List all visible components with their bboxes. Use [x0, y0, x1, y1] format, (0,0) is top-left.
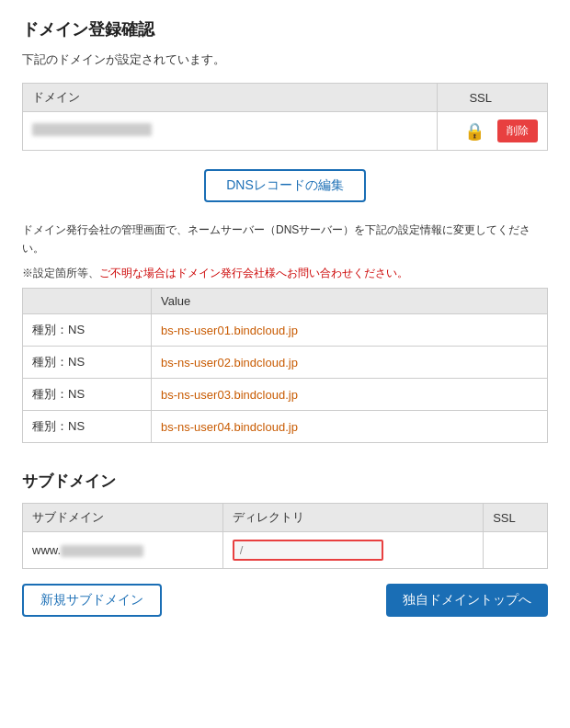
directory-input-wrapper [233, 540, 383, 561]
new-subdomain-button[interactable]: 新規サブドメイン [22, 584, 162, 617]
ns-value-cell: bs-ns-user04.bindcloud.jp [152, 411, 548, 443]
ns-table: Value 種別：NS bs-ns-user01.bindcloud.jp 種別… [22, 288, 548, 443]
subdomain-cell: www. [23, 532, 223, 569]
sub-col-directory: ディレクトリ [222, 504, 483, 532]
dns-edit-wrapper: DNSレコードの編集 [22, 169, 548, 202]
directory-cell [222, 532, 483, 569]
subdomain-prefix: www. [32, 543, 61, 557]
ns-value-cell: bs-ns-user03.bindcloud.jp [152, 379, 548, 411]
ns-value-cell: bs-ns-user02.bindcloud.jp [152, 347, 548, 379]
ssl-col-header: SSL [438, 84, 548, 112]
ns-value-col-header: Value [152, 289, 548, 314]
directory-input[interactable] [234, 541, 382, 559]
ns-row: 種別：NS bs-ns-user02.bindcloud.jp [23, 347, 548, 379]
page-title: ドメイン登録確認 [22, 18, 548, 40]
ns-value-cell: bs-ns-user01.bindcloud.jp [152, 314, 548, 347]
subdomain-blurred [61, 545, 143, 557]
ns-row: 種別：NS bs-ns-user01.bindcloud.jp [23, 314, 548, 347]
domain-cell [23, 112, 438, 151]
ns-row: 種別：NS bs-ns-user04.bindcloud.jp [23, 411, 548, 443]
info-note: ※設定箇所等、ご不明な場合はドメイン発行会社様へお問い合わせください。 [22, 264, 548, 282]
sub-ssl-cell [484, 532, 548, 569]
domain-table: ドメイン SSL 🔒 削除 [22, 83, 548, 151]
domain-row: 🔒 削除 [23, 112, 548, 151]
ns-type-cell: 種別：NS [23, 379, 152, 411]
ns-type-col-header [23, 289, 152, 314]
domain-blurred-value [32, 123, 152, 136]
ns-type-cell: 種別：NS [23, 314, 152, 347]
ns-row: 種別：NS bs-ns-user03.bindcloud.jp [23, 379, 548, 411]
subdomain-title: サブドメイン [22, 471, 548, 492]
page-description: 下記のドメインが設定されています。 [22, 51, 548, 68]
info-note-prefix: ※設定箇所等、 [22, 267, 99, 279]
info-note-highlight: ご不明な場合はドメイン発行会社様へお問い合わせください。 [99, 267, 408, 279]
sub-col-ssl: SSL [484, 504, 548, 532]
subdomain-row: www. [23, 532, 548, 569]
top-button[interactable]: 独自ドメイントップへ [386, 584, 548, 617]
domain-ssl-cell: 🔒 削除 [438, 112, 548, 151]
sub-col-subdomain: サブドメイン [23, 504, 223, 532]
domain-col-header: ドメイン [23, 84, 438, 112]
delete-button[interactable]: 削除 [497, 119, 538, 142]
dns-edit-button[interactable]: DNSレコードの編集 [204, 169, 366, 202]
info-main: ドメイン発行会社の管理画面で、ネームサーバー（DNSサーバー）を下記の設定情報に… [22, 221, 548, 258]
lock-icon: 🔒 [464, 121, 484, 142]
bottom-buttons: 新規サブドメイン 独自ドメイントップへ [22, 584, 548, 617]
subdomain-table: サブドメイン ディレクトリ SSL www. [22, 503, 548, 569]
ns-type-cell: 種別：NS [23, 411, 152, 443]
ns-type-cell: 種別：NS [23, 347, 152, 379]
